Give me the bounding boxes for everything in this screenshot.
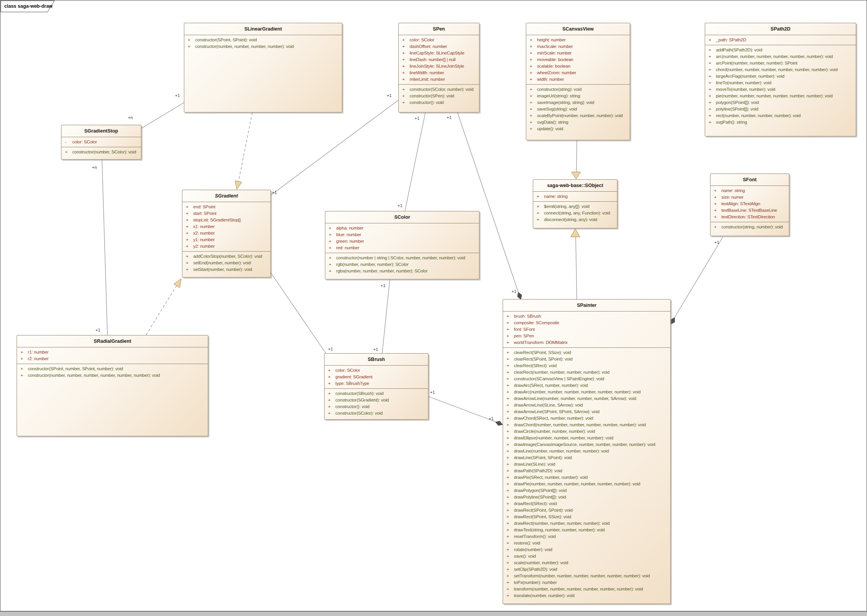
method-row: +addColorStop(number, SColor): void bbox=[182, 253, 270, 260]
composition-diamond-icon bbox=[671, 318, 675, 324]
visibility-marker: + bbox=[329, 268, 332, 274]
method-row: +polygon(SPoint[]): void bbox=[705, 99, 856, 106]
member-signature: drawPolygon(SPoint[]): void bbox=[514, 488, 567, 493]
visibility-marker: + bbox=[507, 507, 509, 514]
class-SRadialGradient[interactable]: SRadialGradient+r1: number+r2: number+co… bbox=[17, 335, 208, 436]
member-signature: textBaseLine: STextBaseLine bbox=[721, 208, 777, 213]
method-row: +drawLine(SPoint, SPoint): void bbox=[503, 454, 670, 461]
association-gradientstop-lineargradient[interactable] bbox=[141, 102, 184, 128]
member-signature: polyline(SPoint[]): void bbox=[716, 107, 758, 111]
generalization-lineargradient-gradient[interactable] bbox=[238, 112, 252, 182]
methods-section: +constructor(SPoint, SPoint): void+const… bbox=[184, 35, 342, 51]
visibility-marker: + bbox=[186, 210, 189, 217]
member-signature: drawImage(CanvasImageSource, number, num… bbox=[514, 442, 655, 447]
visibility-marker: + bbox=[186, 204, 189, 210]
composition-font-painter[interactable] bbox=[674, 237, 723, 318]
methods-section: +constructor(SColor, number): void+const… bbox=[399, 84, 479, 107]
member-signature: alpha: number bbox=[336, 226, 364, 230]
methods-section: +clearRect(SPoint, SSize): void+clearRec… bbox=[503, 347, 670, 601]
composition-brush-painter[interactable] bbox=[428, 396, 496, 422]
member-signature: green: number bbox=[336, 239, 364, 243]
association-gradient-pen[interactable] bbox=[271, 100, 398, 195]
member-signature: constructor(SPoint, SPoint): void bbox=[195, 37, 257, 42]
member-signature: width: number bbox=[537, 77, 564, 82]
method-row: +drawPolyline(SPoint[]): void bbox=[503, 494, 670, 500]
class-SBrush[interactable]: SBrush+color: SColor+gradient: SGradient… bbox=[324, 353, 428, 420]
class-SFont[interactable]: SFont+name: string+size: numer+textAlign… bbox=[710, 174, 789, 236]
class-SPainter[interactable]: SPainter+brush: SBrush+composite: SCompo… bbox=[503, 299, 671, 604]
class-SLinearGradient[interactable]: SLinearGradient+constructor(SPoint, SPoi… bbox=[184, 23, 342, 112]
member-signature: lineDash: number[] | null bbox=[410, 57, 456, 62]
visibility-marker: + bbox=[507, 494, 509, 500]
member-signature: rotate(number): void bbox=[514, 547, 552, 552]
frame-label: class saga-web-draw bbox=[4, 3, 53, 9]
visibility-marker: + bbox=[709, 47, 711, 53]
class-SPath2D[interactable]: SPath2D+_path: SPath2D+addPath(SPath2D):… bbox=[705, 23, 856, 136]
member-signature: arc(number, number, number, number, numb… bbox=[716, 54, 833, 59]
member-signature: wheelZoom: number bbox=[537, 70, 576, 75]
member-signature: drawText(string, number, number, number)… bbox=[514, 528, 605, 532]
method-row: +clearRect(SPoint, SPoint): void bbox=[503, 356, 670, 362]
class-SColor[interactable]: SColor+alpha: number+blue: number+green:… bbox=[325, 211, 479, 279]
visibility-marker: + bbox=[507, 356, 509, 362]
association-pen-color[interactable] bbox=[405, 112, 425, 211]
member-signature: x2: number bbox=[193, 231, 215, 235]
method-row: +save(): void bbox=[503, 553, 670, 560]
association-color-brush[interactable] bbox=[382, 279, 390, 354]
visibility-marker: + bbox=[507, 362, 509, 369]
visibility-marker: + bbox=[20, 366, 23, 372]
visibility-marker: + bbox=[328, 374, 331, 380]
method-row: +saveSvg(string): void bbox=[526, 106, 630, 112]
member-signature: constructor(SBrush): void bbox=[335, 391, 384, 396]
member-signature: drawArrowLine(SPoint, SPoint, SArrow): v… bbox=[514, 409, 600, 414]
visibility-marker: + bbox=[530, 56, 532, 63]
member-signature: size: numer bbox=[721, 195, 743, 199]
class-SGradient[interactable]: SGradient+end: SPoint+start: SPoint+stop… bbox=[182, 190, 271, 277]
class-title: SLinearGradient bbox=[184, 23, 342, 35]
attributes-section: +r1: number+r2: number bbox=[17, 347, 208, 364]
member-signature: rgba(number, number, number, number): SC… bbox=[336, 269, 428, 273]
attribute-row: +textDirection: STextDirection bbox=[711, 214, 789, 220]
class-saga-web-base-SObject[interactable]: saga-web-base::SObject+name: string+$emi… bbox=[533, 179, 617, 228]
visibility-marker: + bbox=[537, 210, 539, 216]
class-title: SFont bbox=[711, 174, 789, 186]
methods-section: +addPath(SPath2D): void+arc(number, numb… bbox=[705, 45, 856, 127]
visibility-marker: + bbox=[507, 520, 509, 527]
member-signature: drawLine(SLine): void bbox=[514, 462, 555, 466]
method-row: +drawChord(number, number, number, numbe… bbox=[503, 422, 670, 428]
visibility-marker: + bbox=[507, 586, 509, 592]
member-signature: clearRect(SPoint, SPoint): void bbox=[514, 357, 573, 361]
member-signature: maxScale: number bbox=[537, 44, 573, 49]
composition-diamond-icon bbox=[495, 421, 503, 425]
member-signature: setEnd(number, number): void bbox=[193, 260, 251, 265]
visibility-marker: + bbox=[507, 422, 509, 428]
methods-section: +constructor(SBrush): void+constructor(S… bbox=[325, 388, 428, 418]
association-gradient-brush[interactable] bbox=[271, 273, 327, 355]
generalization-radialgradient-gradient[interactable] bbox=[146, 286, 177, 335]
visibility-marker: + bbox=[20, 356, 23, 362]
member-signature: constructor(SPen): void bbox=[410, 94, 454, 98]
member-signature: color: SColor bbox=[72, 140, 97, 144]
method-row: +restore(): void bbox=[503, 540, 670, 546]
visibility-marker: + bbox=[329, 245, 332, 251]
class-SPen[interactable]: SPen+color: SColor+dashOffset: number+li… bbox=[398, 23, 479, 112]
method-row: +drawArc(SRect, number, number): void bbox=[503, 382, 670, 389]
attribute-row: +y1: number bbox=[182, 237, 270, 243]
method-row: +polyline(SPoint[]): void bbox=[705, 106, 856, 112]
class-SGradientStop[interactable]: SGradientStop-color: SColor+constructor(… bbox=[61, 125, 141, 160]
generalization-canvasview-sobject[interactable] bbox=[576, 140, 577, 172]
attribute-row: +type: SBrushType bbox=[325, 380, 428, 387]
method-row: +saveImage(string, string): void bbox=[526, 99, 630, 106]
visibility-marker: + bbox=[402, 63, 405, 70]
generalization-painter-sobject[interactable] bbox=[576, 237, 577, 299]
method-row: +drawArrowLine(SPoint, SPoint, SArrow): … bbox=[503, 408, 670, 415]
class-SCanvasView[interactable]: SCanvasView+height: number+maxScale: num… bbox=[526, 23, 630, 140]
association-gradientstop-radialgradient[interactable] bbox=[102, 160, 107, 335]
visibility-marker: + bbox=[507, 339, 509, 346]
multiplicity-label: +1 bbox=[398, 203, 403, 208]
attributes-section: +_path: SPath2D bbox=[705, 35, 856, 45]
visibility-marker: + bbox=[507, 382, 509, 389]
method-row: +drawRect(SRect): void bbox=[503, 500, 670, 507]
method-row: +update(): void bbox=[526, 126, 630, 132]
visibility-marker: + bbox=[530, 93, 532, 99]
